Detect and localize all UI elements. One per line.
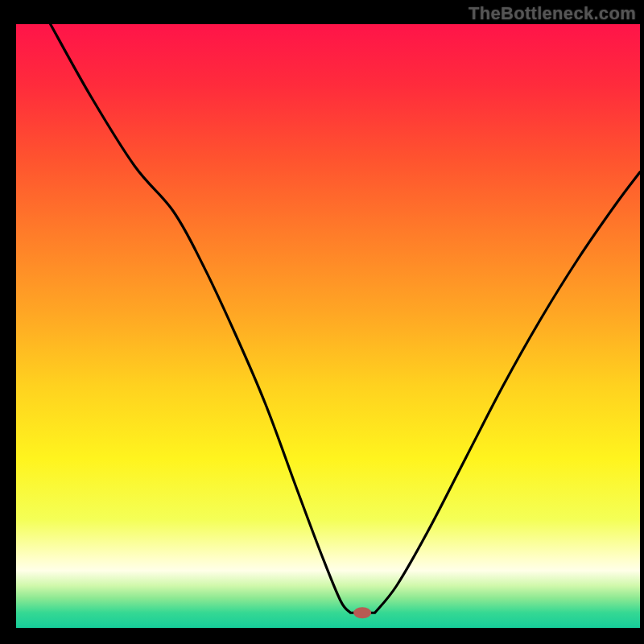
- watermark-text: TheBottleneck.com: [469, 3, 636, 24]
- gradient-plot-area: [16, 24, 640, 628]
- chart-stage: TheBottleneck.com: [0, 0, 644, 644]
- optimum-marker: [353, 607, 371, 618]
- bottleneck-chart: [0, 0, 644, 644]
